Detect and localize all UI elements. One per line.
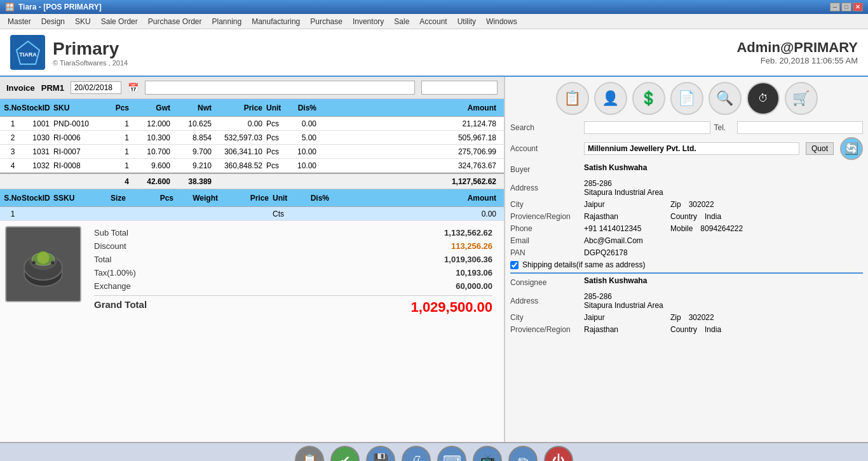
menu-planning[interactable]: Planning xyxy=(207,15,247,28)
account-field[interactable] xyxy=(584,142,799,155)
province-label: Provience/Region xyxy=(510,212,580,221)
pan-value: DGPQ26178 xyxy=(584,248,628,257)
toolbar-new-button[interactable]: 📋 xyxy=(295,446,324,461)
toolbar-print-button[interactable]: 🖨 xyxy=(402,446,431,461)
toolbar-save-button[interactable]: ✔ xyxy=(330,446,360,461)
rp-document-icon[interactable]: 📄 xyxy=(670,82,703,115)
toolbar-edit-button[interactable]: ✏ xyxy=(508,446,538,461)
consignee-address-line1: 285-286 xyxy=(584,292,863,301)
menu-purchaseorder[interactable]: Purchase Order xyxy=(143,15,207,28)
menu-design[interactable]: Design xyxy=(36,15,70,28)
sub-col-header-amount: Amount xyxy=(333,194,500,203)
consignee-label: Consignee xyxy=(510,278,580,287)
rp-dollar-icon[interactable]: 💲 xyxy=(632,82,665,115)
consignee-address-line2: Sitapura Industrial Area xyxy=(584,301,863,310)
search-field[interactable] xyxy=(584,121,710,134)
email-value: Abc@Gmail.Com xyxy=(584,236,643,245)
consignee-city-zip-row: City Jaipur Zip 302022 xyxy=(510,313,863,322)
sub-col-header-weight: Weight xyxy=(177,194,222,203)
consignee-zip-label: Zip xyxy=(670,313,681,322)
menu-utility[interactable]: Utility xyxy=(452,15,481,28)
account-row: Account Quot 🔄 xyxy=(510,137,863,160)
menu-purchase[interactable]: Purchase xyxy=(305,15,348,28)
toolbar-keyboard-button[interactable]: ⌨ xyxy=(437,446,466,461)
account-label: Account xyxy=(510,144,580,153)
title-bar-controls[interactable]: ─ □ ✕ xyxy=(830,3,863,11)
city-label: City xyxy=(510,200,580,209)
menu-windows[interactable]: Windows xyxy=(481,15,522,28)
menu-manufacturing[interactable]: Manufacturing xyxy=(247,15,305,28)
rp-clock-icon[interactable]: ⏱ xyxy=(747,82,780,115)
table-row[interactable]: 4 1032 RI-0008 1 9.600 9.210 360,848.52 … xyxy=(0,159,504,173)
minimize-button[interactable]: ─ xyxy=(830,3,840,11)
quot-button[interactable]: Quot xyxy=(806,142,834,155)
search-input-1[interactable] xyxy=(145,81,415,95)
menu-sku[interactable]: SKU xyxy=(70,15,96,28)
menu-sale[interactable]: Sale xyxy=(389,15,414,28)
tel-label: Tel. xyxy=(714,123,733,132)
tel-field[interactable] xyxy=(737,121,864,134)
phone-mobile-row: Phone +91 1414012345 Mobile 8094264222 xyxy=(510,224,863,233)
logo-box: TIARA xyxy=(10,35,45,70)
col-header-dis: Dis% xyxy=(292,104,320,112)
menu-bar: Master Design SKU Sale Order Purchase Or… xyxy=(0,14,868,29)
toolbar-disk-button[interactable]: 💾 xyxy=(366,446,395,461)
sub-col-header-price: Price xyxy=(222,194,273,203)
title-text: Tiara - [POS PRIMARY] xyxy=(18,3,102,11)
header-right: Admin@PRIMARY Feb. 20,2018 11:06:55 AM xyxy=(736,39,858,65)
col-header-price: Price xyxy=(215,104,266,112)
maximize-button[interactable]: □ xyxy=(841,3,851,11)
toolbar-power-button[interactable]: ⏻ xyxy=(544,446,573,461)
consignee-country-value: India xyxy=(705,325,721,334)
menu-master[interactable]: Master xyxy=(3,15,36,28)
calendar-button[interactable]: 📅 xyxy=(128,83,139,93)
sub-table-row[interactable]: 1 Cts 0.00 xyxy=(0,207,504,221)
close-button[interactable]: ✕ xyxy=(853,3,863,11)
consignee-country-label: Country xyxy=(670,325,697,334)
zip-label: Zip xyxy=(670,200,681,209)
shipping-checkbox[interactable] xyxy=(510,261,519,269)
search-row: Search Tel. xyxy=(510,121,863,134)
sub-col-header-unit: Unit xyxy=(273,194,301,203)
exchange-line: Exchange 60,000.00 xyxy=(94,279,492,293)
right-panel-icons: 📋 👤 💲 📄 🔍 ⏱ 🛒 xyxy=(510,82,863,115)
app-icon: 🪟 xyxy=(5,3,15,11)
right-panel: 📋 👤 💲 📄 🔍 ⏱ 🛒 Search Tel. Account Quot 🔄 xyxy=(505,77,868,442)
table-row[interactable]: 1 1001 PND-0010 1 12.000 10.625 0.00 Pcs… xyxy=(0,117,504,131)
sub-col-header-sno: S.No xyxy=(4,194,22,203)
logo-text-area: Primary © TiaraSoftwares , 2014 xyxy=(53,39,128,67)
menu-account[interactable]: Account xyxy=(414,15,452,28)
pan-label: PAN xyxy=(510,248,580,257)
datetime-label: Feb. 20,2018 11:06:55 AM xyxy=(736,56,858,65)
email-row: Email Abc@Gmail.Com xyxy=(510,236,863,245)
admin-label: Admin@PRIMARY xyxy=(736,39,858,56)
rp-cart-icon[interactable]: 🛒 xyxy=(785,82,818,115)
search-label: Search xyxy=(510,123,580,132)
search-input-2[interactable] xyxy=(421,81,498,95)
menu-saleorder[interactable]: Sale Order xyxy=(96,15,143,28)
svg-point-7 xyxy=(32,261,36,265)
toolbar-monitor-button[interactable]: 📺 xyxy=(473,446,502,461)
address-line2: Sitapura Industrial Area xyxy=(584,188,863,197)
app-title: Primary xyxy=(53,39,128,59)
pan-row: PAN DGPQ26178 xyxy=(510,248,863,257)
menu-inventory[interactable]: Inventory xyxy=(348,15,389,28)
invoice-date-input[interactable] xyxy=(71,81,121,94)
shipping-checkbox-row: Shipping details(if same as address) xyxy=(510,260,863,269)
phone-value: +91 1414012345 xyxy=(584,224,660,233)
rp-person-icon[interactable]: 👤 xyxy=(594,82,627,115)
refresh-button[interactable]: 🔄 xyxy=(840,137,863,160)
table-row[interactable]: 3 1031 RI-0007 1 10.700 9.700 306,341.10… xyxy=(0,145,504,159)
subtotal-line: Sub Total 1,132,562.62 xyxy=(94,226,492,239)
consignee-row: Consignee Satish Kushwaha xyxy=(510,276,863,289)
consignee-province-country-row: Provience/Region Rajasthan Country India xyxy=(510,325,863,334)
rp-clipboard-icon[interactable]: 📋 xyxy=(556,82,589,115)
copyright-text: © TiaraSoftwares , 2014 xyxy=(53,59,128,67)
consignee-address-label: Address xyxy=(510,297,580,305)
logo-area: TIARA Primary © TiaraSoftwares , 2014 xyxy=(10,35,128,70)
rp-search-icon[interactable]: 🔍 xyxy=(709,82,742,115)
table-row[interactable]: 2 1030 RI-0006 1 10.300 8.854 532,597.03… xyxy=(0,131,504,145)
province-value: Rajasthan xyxy=(584,212,660,221)
invoice-bar: Invoice PRM1 📅 xyxy=(0,77,504,99)
shipping-label: Shipping details(if same as address) xyxy=(522,260,645,269)
